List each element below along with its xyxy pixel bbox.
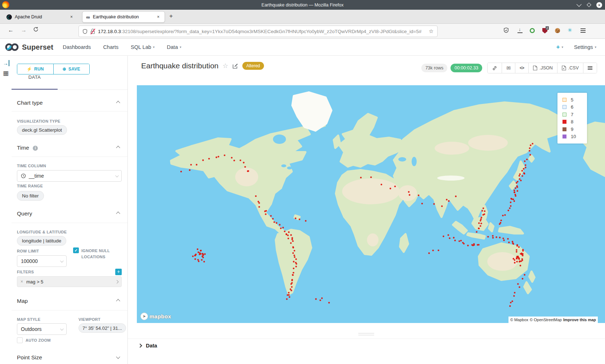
dataset-grid-icon[interactable]: ▦	[3, 69, 9, 77]
earthquake-point	[390, 188, 391, 190]
shield-permissions-icon[interactable]	[503, 27, 509, 35]
section-point-size[interactable]: Point Size	[17, 354, 122, 361]
nav-sql-lab[interactable]: SQL Lab▾	[131, 44, 154, 50]
time-range-pill[interactable]: No filter	[17, 191, 44, 201]
data-panel-header[interactable]: Data	[139, 343, 157, 349]
window-maximize-icon[interactable]	[587, 3, 591, 7]
export-csv-button[interactable]: .CSV	[557, 63, 583, 73]
earthquake-point	[428, 252, 430, 254]
export-json-button[interactable]: .JSON	[528, 63, 557, 73]
tab-earthquake-distribution[interactable]: ∞ Earthquake distribution ×	[82, 11, 165, 23]
app-menu-icon[interactable]	[581, 30, 586, 31]
mapbox-logo[interactable]: ➤ mapbox	[140, 313, 171, 320]
superset-logo[interactable]: Superset	[0, 42, 53, 52]
addon-snowflake-icon[interactable]: ✳	[568, 27, 572, 33]
earthquake-point	[480, 218, 482, 220]
earthquake-point	[288, 294, 290, 296]
downloads-icon[interactable]	[517, 28, 523, 33]
edit-title-icon[interactable]	[232, 63, 238, 69]
legend-item[interactable]: 8	[563, 118, 587, 126]
time-column-select[interactable]: __time	[17, 170, 122, 182]
new-item-button[interactable]: +▾	[556, 44, 563, 51]
tab-close-icon[interactable]: ×	[69, 14, 74, 20]
remove-filter-icon[interactable]: ×	[21, 279, 23, 284]
cookie-addon-icon[interactable]	[555, 28, 560, 33]
privacy-addon-icon[interactable]	[530, 28, 535, 33]
viz-type-pill[interactable]: deck.gl Scatterplot	[17, 125, 67, 135]
reload-button[interactable]	[33, 27, 39, 33]
tracking-shield-icon[interactable]	[82, 29, 88, 34]
section-time[interactable]: Time i	[17, 145, 122, 151]
earthquake-point	[516, 182, 517, 184]
earthquake-point	[291, 238, 293, 240]
adblock-addon-icon[interactable]: 2	[542, 28, 547, 33]
share-link-button[interactable]	[488, 63, 502, 73]
chevron-down-icon: ▾	[180, 45, 182, 49]
viewport-pill[interactable]: 7° 35' 54.02" | 31...	[79, 323, 126, 333]
legend-item[interactable]: 9	[563, 126, 587, 133]
earthquake-point	[231, 157, 233, 159]
legend-label: 7	[571, 112, 573, 117]
earthquake-point	[292, 252, 294, 254]
url-bar[interactable]: 172.18.0.3:32108/superset/explore/?form_…	[79, 26, 438, 37]
tab-data[interactable]: DATA	[12, 74, 58, 80]
earthquake-point	[512, 243, 514, 245]
email-button[interactable]: ✉	[502, 63, 515, 73]
tab-close-icon[interactable]: ×	[156, 14, 161, 20]
earthquake-point	[514, 259, 516, 261]
legend-item[interactable]: 5	[563, 96, 587, 104]
earthquake-point	[294, 256, 296, 258]
run-button[interactable]: ⚡RUN	[17, 64, 53, 74]
back-button[interactable]: ←	[8, 27, 14, 33]
nav-data[interactable]: Data▾	[167, 44, 181, 50]
section-chart-type[interactable]: Chart type	[17, 100, 122, 106]
filter-pill[interactable]: × mag > 5	[17, 276, 122, 287]
bookmark-star-icon[interactable]: ☆	[429, 28, 434, 35]
row-limit-select[interactable]: 100000	[17, 255, 67, 267]
earthquake-point	[521, 252, 523, 254]
section-query[interactable]: Query	[17, 210, 122, 217]
world-map[interactable]: 5678910 ➤ mapbox © Mapbox © OpenStreetMa…	[137, 85, 605, 323]
tab-apache-druid[interactable]: Apache Druid ×	[3, 11, 78, 23]
expand-dataset-panel-icon[interactable]: →​	[3, 60, 9, 66]
forward-button[interactable]: →	[21, 27, 27, 33]
chevron-right-icon[interactable]	[115, 280, 119, 283]
earthquake-point	[381, 184, 382, 186]
earthquake-point	[239, 160, 241, 161]
attrib-osm[interactable]: © OpenStreetMap	[530, 318, 562, 322]
earthquake-point	[523, 168, 525, 170]
insecure-lock-icon[interactable]	[90, 29, 95, 34]
embed-code-button[interactable]: <>	[515, 63, 528, 73]
ignore-null-checkbox[interactable]: ✓	[73, 247, 79, 253]
settings-menu[interactable]: Settings▾	[574, 44, 596, 50]
window-close-icon[interactable]: ×	[596, 2, 602, 8]
legend-item[interactable]: 10	[563, 133, 587, 141]
resize-handle[interactable]	[358, 333, 374, 337]
attrib-mapbox[interactable]: © Mapbox	[510, 318, 528, 322]
legend-item[interactable]: 7	[563, 111, 587, 118]
nav-charts[interactable]: Charts	[103, 44, 118, 50]
new-tab-button[interactable]: +	[169, 13, 173, 20]
legend-item[interactable]: 6	[563, 104, 587, 111]
auto-zoom-checkbox[interactable]	[17, 337, 23, 343]
earthquake-point	[478, 227, 480, 229]
earthquake-point	[408, 191, 410, 193]
earthquake-point	[204, 253, 206, 255]
favorite-star-icon[interactable]: ☆	[223, 62, 228, 70]
save-button[interactable]: ⊕SAVE	[53, 64, 90, 74]
map-style-select[interactable]: Outdoors	[17, 323, 67, 335]
section-map[interactable]: Map	[17, 298, 122, 304]
earthquake-point	[291, 279, 293, 281]
lonlat-pill[interactable]: longitude | latitude	[17, 236, 66, 246]
time-column-label: TIME COLUMN	[17, 164, 122, 168]
map-style-label: MAP STYLE	[17, 317, 122, 322]
earthquake-point	[290, 242, 292, 244]
improve-map-link[interactable]: Improve this map	[563, 318, 596, 322]
earthquake-point	[280, 228, 282, 229]
add-filter-button[interactable]: +	[115, 269, 122, 275]
earthquake-point	[484, 210, 486, 212]
chart-menu-button[interactable]	[583, 63, 597, 73]
earthquake-point	[458, 240, 460, 242]
nav-dashboards[interactable]: Dashboards	[63, 44, 91, 50]
url-text[interactable]: 172.18.0.3:32108/superset/explore/?form_…	[98, 29, 426, 34]
